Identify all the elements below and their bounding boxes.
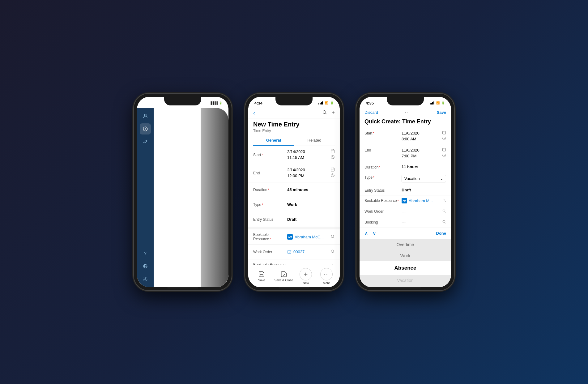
qc-end-value[interactable]: 11/6/2020 7:00 PM <box>402 147 446 159</box>
svg-rect-58 <box>443 148 446 151</box>
type-row: Type* Work <box>248 197 340 212</box>
qc-resource-search-icon[interactable] <box>442 198 446 203</box>
type-label: Type* <box>253 203 287 207</box>
picker-work[interactable]: Work <box>360 250 451 261</box>
arrow-up-button[interactable]: ∧ <box>364 230 368 236</box>
nav-gear-icon[interactable] <box>140 274 151 285</box>
svg-point-65 <box>443 210 445 212</box>
start-cal-icon[interactable] <box>330 149 335 154</box>
arrow-group: ∧ ∨ <box>364 230 376 236</box>
discard-button[interactable]: Discard <box>364 110 378 115</box>
work-order-search-icon[interactable] <box>330 249 335 255</box>
end-value[interactable]: 2/14/2020 12:00 PM <box>287 167 335 179</box>
more-button-2[interactable]: ··· More <box>319 268 334 285</box>
duration-row: Duration* 45 minutes <box>248 182 340 197</box>
dropdown-chevron: ⌄ <box>440 176 443 181</box>
new-button-2[interactable]: New <box>298 268 313 285</box>
page-title-2: New Time Entry <box>248 118 340 129</box>
nav-question-icon[interactable]: ? <box>140 248 151 259</box>
qc-type-dropdown[interactable]: Vacation ⌄ <box>402 175 446 182</box>
home-bar-1 <box>167 287 198 288</box>
end-cal-icon[interactable] <box>330 167 335 173</box>
entry-status-row: Entry Status Draft <box>248 212 340 227</box>
tab-bar-2: General Related <box>253 135 335 146</box>
start-time-icon[interactable] <box>330 155 335 160</box>
qc-start-time-icon[interactable] <box>442 136 446 141</box>
nav-globe-icon[interactable] <box>140 261 151 272</box>
form-divider <box>248 227 340 229</box>
qc-bookable-resource-row: Bookable Resource* AM Abraham M... <box>360 195 451 206</box>
work-order-label: Work Order <box>253 250 287 254</box>
status-time-2: 4:34 <box>254 101 262 105</box>
work-order-row: Work Order 00027 <box>248 245 340 259</box>
nav-chart-icon[interactable] <box>140 136 151 147</box>
status-time-3: 4:35 <box>366 101 374 105</box>
qc-end-time-icon[interactable] <box>442 153 446 158</box>
phone-2: 4:34 📶 🔋 ‹ <box>245 93 343 291</box>
phone-1: ▐▐▐▐ 🔋 <box>133 93 232 291</box>
svg-line-66 <box>445 212 445 212</box>
save-button-2[interactable]: Save <box>254 271 269 282</box>
svg-point-0 <box>144 114 146 116</box>
qc-type-label: Type* <box>364 175 402 180</box>
search-icon-2[interactable] <box>322 110 327 116</box>
qc-entry-status-value: Draft <box>402 188 411 192</box>
more-dots-button[interactable]: ··· <box>405 110 410 115</box>
qc-work-order-search-icon[interactable] <box>442 209 446 214</box>
home-bar-3 <box>390 287 421 288</box>
svg-line-46 <box>334 252 334 253</box>
type-value: Work <box>287 202 335 207</box>
qc-end-cal-icon[interactable] <box>442 147 446 152</box>
picker-absence[interactable]: Absence <box>360 261 451 275</box>
qc-booking-label: Booking <box>364 220 402 224</box>
entry-status-label: Entry Status <box>253 217 287 222</box>
qc-start-row: Start* 11/6/2020 8:00 AM <box>360 128 451 145</box>
picker-vacation[interactable]: Vacation <box>360 275 451 286</box>
qc-start-cal-icon[interactable] <box>442 130 446 135</box>
bottom-toolbar-2: Save Save & Close New ··· More <box>248 265 340 287</box>
phone-3: 4:35 📶 🔋 Discard ··· Save <box>356 93 455 291</box>
svg-point-6 <box>145 279 146 280</box>
qc-end-label: End <box>364 147 402 152</box>
resource-search-icon[interactable] <box>330 234 335 240</box>
header-icons: + <box>322 110 335 116</box>
svg-point-30 <box>323 111 326 113</box>
qc-duration-row: Duration* 11 hours <box>360 162 451 172</box>
qc-start-value[interactable]: 11/6/2020 8:00 AM <box>402 130 446 142</box>
start-value[interactable]: 2/14/2020 11:15 AM <box>287 149 335 161</box>
qc-end-row: End 11/6/2020 7:00 PM <box>360 145 451 162</box>
picker-overtime[interactable]: Overtime <box>360 239 451 250</box>
type-picker: Overtime Work Absence Vacation On Break … <box>360 239 451 287</box>
quick-create-title: Quick Create: Time Entry <box>360 117 451 128</box>
back-button[interactable]: ‹ <box>253 110 255 116</box>
svg-rect-32 <box>331 150 334 153</box>
svg-point-42 <box>331 235 334 237</box>
bookable-resource-value[interactable]: AM Abraham McC... <box>287 234 335 240</box>
tab-general[interactable]: General <box>253 135 294 146</box>
qc-bookable-resource-label: Bookable Resource* <box>364 198 402 203</box>
resource-avatar: AM <box>287 234 293 240</box>
nav-person-icon[interactable] <box>140 110 151 122</box>
svg-line-68 <box>445 223 445 223</box>
start-row: Start* 2/14/2020 11:15 A <box>248 146 340 164</box>
add-icon-2[interactable]: + <box>331 110 335 116</box>
qc-booking-search-icon[interactable] <box>442 220 446 225</box>
tab-related[interactable]: Related <box>294 135 335 146</box>
nav-arrows: ∧ ∨ Done <box>360 228 451 239</box>
end-row: End 2/14/2020 12:00 PM <box>248 164 340 182</box>
start-label: Start* <box>253 153 287 157</box>
svg-point-45 <box>331 250 334 252</box>
duration-value: 45 minutes <box>287 187 335 192</box>
save-close-button[interactable]: Save & Close <box>275 271 293 282</box>
save-button-3[interactable]: Save <box>437 110 446 115</box>
end-time-icon[interactable] <box>330 173 335 178</box>
done-button[interactable]: Done <box>436 231 446 236</box>
home-bar-2 <box>279 287 309 288</box>
work-order-value: 00027 <box>293 250 305 254</box>
qc-entry-status-row: Entry Status Draft <box>360 185 451 195</box>
status-icons-3: 📶 🔋 <box>430 101 445 105</box>
status-icons-1: ▐▐▐▐ 🔋 <box>210 101 222 105</box>
phone3-header: Discard ··· Save <box>360 108 451 117</box>
nav-clock-icon[interactable] <box>140 123 151 134</box>
arrow-down-button[interactable]: ∨ <box>373 230 376 236</box>
